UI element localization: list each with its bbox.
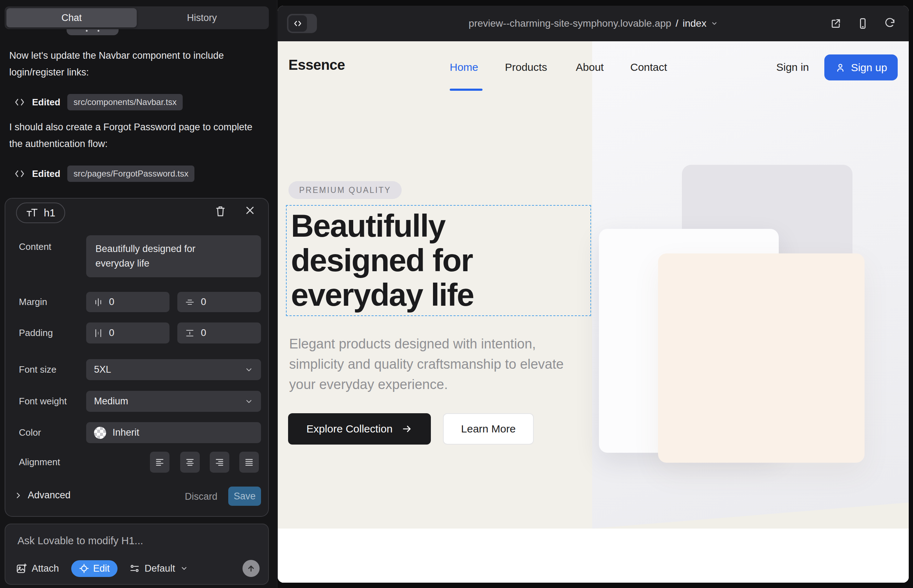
align-center-button[interactable]: [180, 452, 200, 473]
nav-link-about[interactable]: About: [576, 61, 604, 73]
edited-file-row: Edited src/components/Navbar.tsx: [14, 93, 183, 111]
margin-label: Margin: [19, 297, 47, 307]
composer-toolbar: Attach Edit Default: [16, 560, 260, 577]
tab-history[interactable]: History: [137, 8, 267, 27]
learn-more-button[interactable]: Learn More: [443, 413, 534, 444]
align-right-button[interactable]: [210, 452, 229, 473]
padding-vertical-icon: [185, 329, 194, 338]
align-left-button[interactable]: [150, 452, 170, 473]
hero-cta-row: Explore Collection Learn More: [288, 413, 534, 444]
url-breadcrumb[interactable]: preview--charming-site-symphony.lovable.…: [469, 6, 718, 41]
advanced-toggle[interactable]: Advanced: [14, 490, 71, 501]
code-icon: [288, 15, 307, 32]
file-chip[interactable]: src/pages/ForgotPassword.tsx: [67, 165, 194, 182]
padding-x-input[interactable]: 0: [86, 323, 170, 344]
selected-element-pill: h1: [16, 202, 65, 223]
color-label: Color: [19, 427, 41, 438]
chat-composer: Ask Lovable to modify H1... Attach Edit …: [5, 523, 269, 585]
arrow-right-icon: [401, 423, 412, 434]
arrow-up-icon: [246, 564, 256, 573]
font-weight-label: Font weight: [19, 396, 66, 407]
padding-label: Padding: [19, 328, 53, 339]
padding-y-input[interactable]: 0: [177, 323, 261, 344]
margin-horizontal-icon: [94, 297, 102, 307]
url-separator: /: [675, 18, 678, 29]
edited-file-row: Edited src/pages/ForgotPassword.tsx: [14, 165, 194, 183]
site-canvas: Essence Home Products About Contact Sign…: [278, 41, 909, 583]
mobile-view-icon[interactable]: [857, 18, 869, 29]
attach-button[interactable]: Attach: [16, 563, 59, 574]
align-justify-button[interactable]: [239, 452, 259, 473]
preview-toolbar-actions: [830, 6, 896, 41]
content-label: Content: [19, 241, 51, 252]
chevron-down-icon: [711, 20, 718, 27]
editor-actions: [215, 205, 255, 217]
preview-toolbar: preview--charming-site-symphony.lovable.…: [278, 6, 909, 41]
explore-collection-button[interactable]: Explore Collection: [288, 413, 431, 444]
target-icon: [79, 564, 89, 573]
chevron-right-icon: [14, 491, 22, 499]
chevron-down-icon: [244, 365, 253, 374]
hero-headline[interactable]: Beautifully designed for everyday life: [291, 208, 474, 312]
delete-element-icon[interactable]: [215, 205, 226, 217]
padding-horizontal-icon: [94, 328, 102, 338]
tab-chat[interactable]: Chat: [6, 8, 137, 27]
content-input[interactable]: Beautifully designed for everyday life: [86, 235, 261, 277]
element-editor-panel: h1 Content Beautifully designed for ever…: [5, 198, 269, 517]
sliders-icon: [130, 564, 139, 573]
edit-mode-button[interactable]: Edit: [71, 560, 118, 577]
code-icon: [14, 169, 25, 178]
nav-link-contact[interactable]: Contact: [630, 61, 667, 73]
text-size-icon: [26, 207, 38, 218]
alignment-label: Alignment: [19, 457, 60, 468]
margin-x-input[interactable]: 0: [86, 292, 170, 312]
chevron-down-icon: [244, 397, 253, 406]
mode-selector[interactable]: Default: [130, 563, 188, 574]
edited-label: Edited: [32, 97, 60, 108]
sign-in-link[interactable]: Sign in: [776, 61, 809, 73]
assistant-message: I should also create a Forgot Password p…: [9, 119, 264, 152]
url-host: preview--charming-site-symphony.lovable.…: [469, 18, 671, 29]
attach-image-icon: [16, 563, 27, 574]
user-icon: [835, 62, 846, 73]
assistant-message: Now let's update the Navbar component to…: [9, 47, 264, 81]
close-editor-icon[interactable]: [244, 205, 255, 217]
sign-up-button[interactable]: Sign up: [824, 55, 898, 81]
chat-input[interactable]: Ask Lovable to modify H1...: [18, 535, 143, 547]
next-section-background: [278, 528, 909, 583]
edited-label: Edited: [32, 168, 60, 179]
hero-description: Elegant products designed with intention…: [289, 334, 565, 395]
chat-history-tabs: Chat History: [5, 6, 269, 29]
nav-link-home[interactable]: Home: [450, 61, 478, 73]
premium-quality-badge: PREMIUM QUALITY: [288, 181, 401, 199]
font-weight-select[interactable]: Medium: [86, 391, 261, 412]
font-size-select[interactable]: 5XL: [86, 359, 261, 380]
scrolled-chip-peek: [66, 29, 118, 35]
file-chip[interactable]: src/components/Navbar.tsx: [67, 94, 182, 110]
url-page: index: [683, 18, 706, 29]
refresh-icon[interactable]: [884, 18, 896, 29]
discard-button[interactable]: Discard: [185, 491, 218, 502]
send-button[interactable]: [243, 560, 260, 577]
nav-link-products[interactable]: Products: [505, 61, 547, 73]
preview-pane: preview--charming-site-symphony.lovable.…: [277, 0, 913, 588]
site-logo[interactable]: Essence: [288, 57, 345, 73]
element-tag-label: h1: [44, 207, 55, 219]
preview-window: preview--charming-site-symphony.lovable.…: [278, 6, 909, 583]
code-preview-toggle[interactable]: [287, 14, 317, 33]
active-nav-underline: [450, 89, 482, 91]
transparent-swatch-icon: [94, 427, 106, 439]
color-select[interactable]: Inherit: [86, 422, 261, 443]
font-size-label: Font size: [19, 364, 57, 375]
open-external-icon[interactable]: [830, 18, 842, 29]
save-button[interactable]: Save: [228, 486, 261, 506]
margin-vertical-icon: [185, 298, 194, 307]
decorative-card-cream: [658, 254, 864, 463]
code-icon: [14, 97, 25, 107]
margin-y-input[interactable]: 0: [177, 292, 261, 312]
lovable-side-panel: Chat History Now let's update the Navbar…: [0, 0, 277, 588]
chevron-down-icon: [180, 564, 188, 572]
